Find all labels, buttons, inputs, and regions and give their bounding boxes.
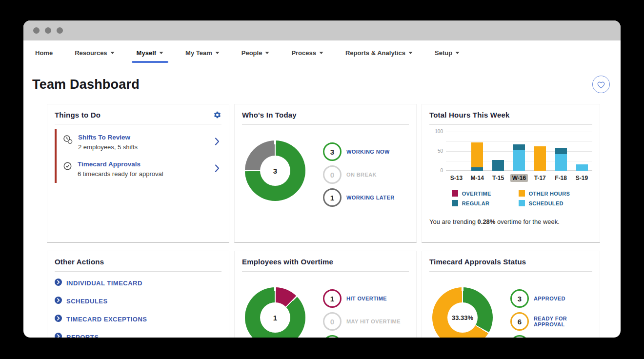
bar-f-18	[555, 148, 567, 171]
bar-chart-legend: OVERTIMEOTHER HOURSREGULARSCHEDULED	[429, 190, 592, 206]
todo-item-subtitle: 6 timecards ready for approval	[78, 170, 163, 178]
card-title: Things to Do	[55, 111, 101, 119]
action-link-timecard-exceptions[interactable]: TIMECARD EXCEPTIONS	[55, 315, 221, 323]
count-ring: 3	[510, 289, 529, 308]
legend-item-approved[interactable]: 3APPROVED	[510, 289, 592, 308]
bar-segment-other-hours	[471, 142, 483, 167]
count-ring: 6	[510, 312, 529, 331]
action-link-schedules[interactable]: SCHEDULES	[55, 297, 221, 305]
day-label: S-19	[576, 175, 588, 181]
bar-chart-plot: 050100	[446, 132, 592, 171]
legend-item-working-now[interactable]: 3WORKING NOW	[323, 142, 395, 161]
action-link-label: SCHEDULES	[66, 298, 108, 305]
card-title: Who's In Today	[242, 111, 297, 119]
nav-item-setup[interactable]: Setup	[435, 41, 460, 64]
legend-item-hit-overtime[interactable]: 1HIT OVERTIME	[323, 289, 401, 308]
action-link-label: REPORTS	[66, 334, 99, 338]
chevron-right-icon[interactable]	[215, 138, 220, 145]
arrow-circle-icon	[55, 297, 62, 305]
bar-chart-x-axis: S-13M-14T-15W-16T-17F-18S-19	[446, 175, 592, 181]
card-things-to-do: Things to Do Shifts To Review2 employees…	[47, 104, 229, 243]
card-employees-overtime: Employees with Overtime 1 1HIT OVERTIME0…	[234, 251, 417, 338]
caret-down-icon	[265, 51, 269, 54]
window-dot-icon[interactable]	[45, 27, 51, 34]
card-other-actions: Other Actions INDIVIDUAL TIMECARDSCHEDUL…	[47, 251, 229, 338]
heart-icon	[597, 80, 605, 89]
todo-text: Timecard Approvals6 timecards ready for …	[78, 160, 163, 178]
day-label: T-15	[492, 175, 504, 181]
legend-item-label: WORKING LATER	[346, 195, 395, 200]
action-link-label: INDIVIDUAL TIMECARD	[66, 279, 142, 287]
legend-item-scheduled: SCHEDULED	[519, 200, 570, 206]
y-axis-tick: 0	[429, 168, 443, 173]
nav-item-home[interactable]: Home	[35, 41, 53, 64]
nav-item-process[interactable]: Process	[291, 41, 323, 64]
divider	[429, 271, 592, 272]
legend-item-ready-for-approval[interactable]: 6READY FOR APPROVAL	[510, 312, 592, 331]
count-ring: 0	[323, 312, 342, 331]
legend-item-overtime: OVERTIME	[452, 190, 491, 197]
day-label: S-13	[450, 175, 463, 181]
y-axis-tick: 50	[429, 148, 443, 154]
legend-item-label: HIT OVERTIME	[346, 296, 387, 301]
selected-day-label: W-16	[510, 174, 528, 182]
nav-item-myself[interactable]: Myself	[137, 41, 163, 64]
caret-down-icon	[455, 51, 460, 54]
card-title: Timecard Approvals Status	[429, 258, 526, 266]
action-link-label: TIMECARD EXCEPTIONS	[66, 316, 147, 323]
x-axis-label-s-19[interactable]: S-19	[571, 175, 592, 181]
nav-item-label: Reports & Analytics	[345, 49, 405, 57]
x-axis-label-s-13[interactable]: S-13	[446, 175, 467, 181]
divider	[242, 124, 409, 125]
window-dot-icon[interactable]	[33, 27, 40, 34]
legend-series-name: OTHER HOURS	[529, 191, 570, 197]
gridline	[446, 132, 592, 132]
nav-item-label: People	[242, 49, 262, 57]
day-label: T-17	[534, 175, 546, 181]
dashboard-grid: Things to Do Shifts To Review2 employees…	[23, 93, 621, 338]
arrow-circle-icon	[55, 315, 62, 323]
donut-center-label: 33.33%	[447, 302, 478, 333]
legend-item-partial[interactable]	[323, 335, 401, 338]
todo-item-shifts-to-review[interactable]: Shifts To Review2 employees, 5 shifts	[57, 129, 221, 156]
window-dot-icon[interactable]	[57, 27, 63, 34]
shifts-icon	[63, 135, 73, 144]
settings-button[interactable]	[213, 111, 221, 119]
overtime-legend: 1HIT OVERTIME0MAY HIT OVERTIME	[323, 289, 401, 338]
legend-item-label: WORKING NOW	[346, 149, 390, 155]
bar-segment-regular	[513, 144, 525, 150]
bar-segment-other-hours	[534, 146, 546, 171]
todo-item-timecard-approvals[interactable]: Timecard Approvals6 timecards ready for …	[57, 156, 221, 183]
legend-item-may-hit-overtime[interactable]: 0MAY HIT OVERTIME	[323, 312, 401, 331]
legend-series-name: OVERTIME	[462, 191, 491, 197]
action-link-reports[interactable]: REPORTS	[55, 333, 221, 338]
favorite-button[interactable]	[592, 76, 610, 93]
bar-w-16	[513, 144, 525, 171]
page-title: Team Dashboard	[32, 77, 140, 92]
legend-item-working-later[interactable]: 1WORKING LATER	[323, 188, 395, 207]
card-title: Other Actions	[55, 258, 104, 266]
nav-item-people[interactable]: People	[242, 41, 270, 64]
nav-item-my-team[interactable]: My Team	[185, 41, 220, 64]
x-axis-label-t-17[interactable]: T-17	[529, 175, 550, 181]
count-ring: 0	[323, 165, 342, 184]
nav-item-label: My Team	[185, 49, 212, 57]
x-axis-label-w-16[interactable]: W-16	[509, 175, 530, 181]
legend-series-name: REGULAR	[462, 200, 490, 206]
caret-down-icon	[319, 51, 323, 54]
window-titlebar	[23, 20, 621, 40]
total-hours-bar-chart: 050100 S-13M-14T-15W-16T-17F-18S-19 OVER…	[429, 132, 592, 206]
action-link-individual-timecard[interactable]: INDIVIDUAL TIMECARD	[55, 279, 221, 287]
chevron-right-icon[interactable]	[215, 164, 220, 172]
bar-segment-scheduled	[555, 154, 567, 171]
divider	[55, 271, 221, 272]
nav-item-resources[interactable]: Resources	[75, 41, 114, 64]
app-window: HomeResourcesMyselfMy TeamPeopleProcessR…	[23, 20, 621, 338]
legend-item-partial[interactable]	[510, 335, 592, 338]
nav-item-reports-analytics[interactable]: Reports & Analytics	[345, 41, 413, 64]
nav-item-label: Setup	[435, 49, 452, 57]
x-axis-label-t-15[interactable]: T-15	[488, 175, 509, 181]
x-axis-label-m-14[interactable]: M-14	[467, 175, 488, 181]
x-axis-label-f-18[interactable]: F-18	[550, 175, 571, 181]
legend-item-on-break[interactable]: 0ON BREAK	[323, 165, 395, 184]
